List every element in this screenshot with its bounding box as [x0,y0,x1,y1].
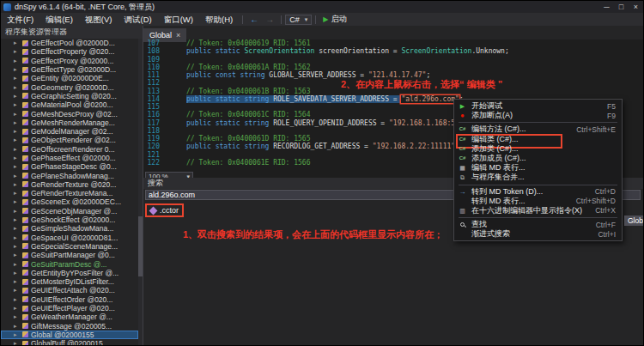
navigate-forward-icon[interactable]: → [262,13,277,26]
tree-item[interactable]: ▸GeEffectType @02000D... [1,65,138,74]
tree-item[interactable]: ▸GeRenderTextureMana... [1,189,138,197]
code-line[interactable]: 109 [143,56,643,64]
tree-item[interactable]: ▸GePhaseEffect @02000... [1,154,138,162]
expander-icon[interactable]: ▸ [14,173,20,179]
expander-icon[interactable]: ▸ [14,111,20,118]
expander-icon[interactable]: ▸ [14,93,20,100]
tree-item[interactable]: ▸GeSceneEx @02000DEC... [1,197,138,206]
expander-icon[interactable]: ▸ [14,198,20,205]
expander-icon[interactable]: ▸ [14,261,20,268]
tree-item[interactable]: ▸GeSpecialSceneManage... [1,242,138,251]
tree-item[interactable]: ▸GeObjectRenderer @02... [1,136,138,144]
expander-icon[interactable]: ▸ [14,305,20,312]
expander-icon[interactable]: ▸ [14,101,20,108]
code-line[interactable]: 108public static ScreenOrientation scree… [143,47,643,55]
tree-item[interactable]: ▸GeModelManager @02... [1,127,138,136]
expander-icon[interactable]: ▸ [14,243,20,250]
expander-icon[interactable]: ▸ [14,323,20,330]
code-line[interactable]: 110// Token: 0x0400061A RID: 1562 [143,64,643,71]
tree-item[interactable]: ▸GeMeshDescProxy @02... [1,109,138,118]
expander-icon[interactable]: ▸ [14,234,20,241]
code-text: public static string ROLE_SAVEDATA_SERVE… [167,95,464,103]
expander-icon[interactable]: ▸ [14,128,20,135]
tree-item[interactable]: ▸GeSuitParamDesc @... [1,259,138,268]
expander-icon[interactable]: ▸ [14,331,20,338]
tab-close-icon[interactable]: × [176,31,180,39]
tree-item[interactable]: ▸GeGraphicSetting @020... [1,92,138,100]
tree-item[interactable]: ▸GeSpaceUI @02000D81... [1,234,138,242]
tree-item[interactable]: ▸GeSimpleShadowMana... [1,224,138,233]
expander-icon[interactable]: ▸ [14,146,20,153]
tree-item[interactable]: ▸GeSceneObjManager @... [1,207,138,215]
expander-icon[interactable]: ▸ [14,208,20,215]
tree-item[interactable]: ▸GeEffectProxy @02000... [1,57,138,65]
tree-scrollbar[interactable] [138,39,143,345]
context-menu-item[interactable]: ▥在十六进制编辑器中显示指令(X)Ctrl+X [454,206,622,215]
expander-icon[interactable]: ▸ [14,270,20,276]
tree-item[interactable]: ▸GeOffscreenRenderer 0... [1,145,138,154]
expander-icon[interactable]: ▸ [14,39,20,46]
tree-item[interactable]: ▸Global @02000155 [1,331,138,339]
menubar-item[interactable]: 帮助(H) [199,13,239,26]
tree-item[interactable]: ▸GeEffectPool @02000D... [1,39,138,47]
close-button[interactable]: × [629,1,643,13]
expander-icon[interactable]: ▸ [14,163,20,170]
start-debug-button[interactable]: ▶ 启动 [319,14,349,25]
line-number: 116 [143,111,167,118]
menubar-item[interactable]: 窗口(W) [158,13,199,26]
expander-icon[interactable]: ▸ [14,58,20,64]
expander-icon[interactable]: ▸ [14,75,20,82]
menubar-item[interactable]: 调试(D) [118,13,157,26]
tree-item[interactable]: ▸GeMaterialPool @0200... [1,100,138,109]
navigate-back-icon[interactable]: ← [246,13,262,26]
context-menu-item[interactable]: ●添加断点(A)F9 [454,111,622,120]
background-tab-global[interactable]: Global [624,215,644,226]
tree-item[interactable]: ▸GeWeatherManager @... [1,313,138,321]
expander-icon[interactable]: ▸ [14,155,20,161]
menubar-item[interactable]: 文件(F) [1,13,39,26]
language-selector[interactable]: C# ▾ [285,15,312,25]
menubar-item[interactable]: 视图(V) [79,13,118,26]
expander-icon[interactable]: ▸ [14,225,20,232]
expander-icon[interactable]: ▸ [14,216,20,223]
tree-item[interactable]: ▸GeEffectProperty @020... [1,47,138,56]
csharp-icon: C# [457,144,468,154]
tree-item[interactable]: ▸GeShockEffect @02000... [1,215,138,224]
tree-item[interactable]: ▸GeUIEffectOrder @020... [1,295,138,304]
expander-icon[interactable]: ▸ [14,137,20,143]
tree-item[interactable]: ▸GeGeometry @02000D... [1,82,138,91]
expander-icon[interactable]: ▸ [14,287,20,294]
expander-icon[interactable]: ▸ [14,252,20,258]
expander-icon[interactable]: ▸ [14,48,20,55]
code-line[interactable]: 107// Token: 0x04000619 RID: 1561 [143,39,643,47]
expander-icon[interactable]: ▸ [14,313,20,320]
tree-item[interactable]: ▸GeUIEffectAttach @020... [1,286,138,294]
tree-item[interactable]: ▸GeMeshRenderManage... [1,118,138,127]
tree-item[interactable]: ▸GeEntity @02000D0E... [1,74,138,82]
tree-item[interactable]: ▸GlobalBuff @0200015... [1,339,138,345]
expander-icon[interactable]: ▸ [14,181,20,188]
tree-item[interactable]: ▸GeSuitPartManager @0... [1,251,138,259]
menubar-item[interactable]: 编辑(E) [39,13,79,26]
tree-item[interactable]: ▸GetEntityByYPosFilter @... [1,269,138,277]
tree-item[interactable]: ▸GePlaneShadowManag... [1,171,138,179]
expander-icon[interactable]: ▸ [14,340,20,345]
expander-icon[interactable]: ▸ [14,66,20,73]
expander-icon[interactable]: ▸ [14,84,20,91]
tree-item[interactable]: ▸GePhaseStageDesc @0... [1,162,138,171]
tree-item[interactable]: ▸GeUIEffectPlayer @020... [1,304,138,313]
expander-icon[interactable]: ▸ [14,296,20,303]
context-menu-item[interactable]: ⧉与程序集合并... [454,173,622,182]
expander-icon[interactable]: ▸ [14,278,20,285]
expander-icon[interactable]: ▸ [14,119,20,126]
search-result-item[interactable]: .cctor [145,203,184,217]
class-icon [22,226,28,232]
expander-icon[interactable]: ▸ [14,190,20,197]
maximize-button[interactable]: □ [614,1,629,13]
tree-scrollbar-thumb[interactable] [138,216,143,276]
tree-item[interactable]: ▸GiftMessage @020005... [1,322,138,331]
minimize-button[interactable]: ─ [599,1,614,13]
context-menu-item[interactable]: 渐进式搜索Ctrl+I [454,229,622,239]
tree-item[interactable]: ▸GeRenderTexture @020... [1,180,138,189]
tree-item[interactable]: ▸GetMosterByIDListFilter... [1,277,138,286]
